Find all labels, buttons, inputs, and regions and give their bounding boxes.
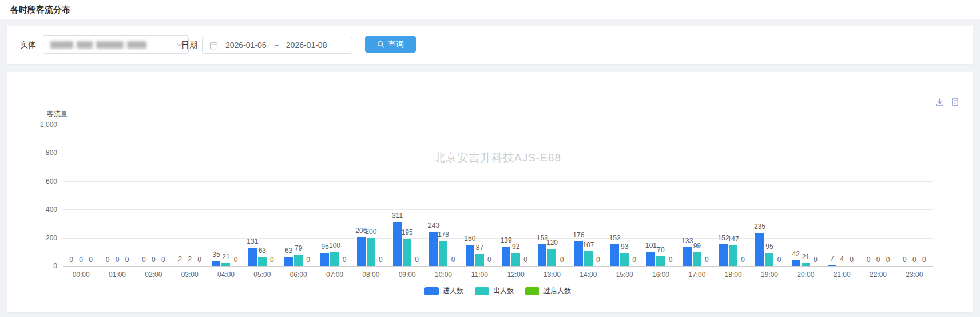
bar-enter-10:00[interactable] — [429, 232, 438, 266]
bar-exit-16:00[interactable] — [656, 256, 665, 266]
bar-value-exit-18:00: 147 — [728, 235, 739, 243]
date-label: 日期 — [181, 40, 197, 50]
y-axis: 02004006008001,000 — [7, 72, 57, 312]
bar-value-exit-14:00: 107 — [582, 241, 594, 249]
bar-exit-07:00[interactable] — [330, 252, 339, 266]
bar-exit-12:00[interactable] — [511, 253, 520, 266]
bar-exit-14:00[interactable] — [584, 251, 593, 266]
bar-enter-19:00[interactable] — [755, 233, 764, 266]
bar-enter-07:00[interactable] — [320, 253, 329, 266]
date-start[interactable]: 2026-01-06 — [225, 41, 267, 50]
bar-exit-04:00[interactable] — [221, 263, 230, 266]
bar-value-pass-21:00: 0 — [850, 256, 854, 264]
bar-enter-05:00[interactable] — [248, 248, 257, 266]
bar-enter-04:00[interactable] — [212, 261, 220, 266]
x-tick-06:00: 06:00 — [290, 271, 307, 279]
date-end[interactable]: 2026-01-08 — [286, 41, 327, 50]
y-tick-600: 600 — [7, 177, 57, 185]
bar-value-enter-21:00: 7 — [830, 255, 834, 263]
bar-group-01:00: 00001:00 — [99, 125, 135, 266]
legend-item-enter[interactable]: 进人数 — [424, 286, 463, 296]
date-range-picker[interactable]: 2026-01-06 ~ 2026-01-08 — [202, 37, 352, 54]
bar-value-exit-10:00: 178 — [438, 231, 449, 239]
bar-value-exit-11:00: 87 — [476, 244, 483, 252]
bar-enter-21:00[interactable] — [828, 265, 836, 266]
bar-enter-11:00[interactable] — [466, 245, 474, 266]
search-icon — [377, 41, 384, 48]
bar-enter-17:00[interactable] — [683, 247, 692, 266]
bar-exit-18:00[interactable] — [729, 245, 737, 266]
bar-value-pass-19:00: 0 — [777, 256, 781, 264]
bar-group-22:00: 00022:00 — [860, 125, 896, 266]
x-tick-16:00: 16:00 — [652, 271, 669, 279]
bar-enter-08:00[interactable] — [357, 237, 366, 266]
x-tick-02:00: 02:00 — [145, 271, 162, 279]
bar-enter-13:00[interactable] — [538, 244, 546, 266]
bar-group-13:00: 153120013:00 — [534, 125, 570, 266]
y-tick-800: 800 — [7, 149, 57, 157]
x-tick-08:00: 08:00 — [362, 271, 379, 279]
bar-exit-21:00[interactable] — [838, 266, 846, 266]
bar-value-exit-03:00: 2 — [188, 255, 192, 263]
bar-value-pass-12:00: 0 — [523, 256, 527, 264]
legend-item-pass[interactable]: 过店人数 — [525, 286, 571, 296]
bar-exit-10:00[interactable] — [439, 241, 447, 266]
y-tick-1,000: 1,000 — [7, 121, 57, 129]
bar-value-pass-01:00: 0 — [125, 256, 129, 264]
x-tick-04:00: 04:00 — [217, 271, 235, 279]
bar-exit-11:00[interactable] — [475, 254, 484, 266]
bar-exit-09:00[interactable] — [403, 239, 411, 266]
filter-card: 实体 日期 2026-01-06 ~ 2026-01-08 查询 — [7, 26, 973, 64]
bar-group-21:00: 74021:00 — [824, 125, 860, 266]
bar-value-enter-05:00: 131 — [247, 237, 258, 245]
bar-group-09:00: 311195009:00 — [389, 125, 425, 266]
bar-exit-20:00[interactable] — [802, 263, 810, 266]
bar-exit-05:00[interactable] — [258, 257, 267, 266]
bar-enter-14:00[interactable] — [574, 241, 583, 266]
bar-enter-15:00[interactable] — [610, 244, 619, 266]
bar-enter-03:00[interactable] — [176, 266, 184, 266]
bar-value-pass-14:00: 0 — [596, 256, 600, 264]
bar-enter-20:00[interactable] — [792, 260, 800, 266]
bar-group-20:00: 4221020:00 — [788, 125, 824, 266]
entity-value-redacted — [50, 41, 146, 49]
bar-exit-06:00[interactable] — [294, 255, 303, 266]
bar-value-pass-02:00: 0 — [161, 256, 165, 264]
bar-exit-03:00[interactable] — [185, 266, 194, 266]
bar-enter-12:00[interactable] — [502, 247, 510, 266]
bar-value-enter-17:00: 133 — [681, 237, 693, 245]
x-tick-23:00: 23:00 — [906, 271, 923, 279]
x-tick-19:00: 19:00 — [761, 271, 778, 279]
bar-value-pass-05:00: 0 — [270, 256, 274, 264]
bar-exit-17:00[interactable] — [693, 252, 701, 266]
entity-label: 实体 — [20, 40, 36, 50]
bar-exit-08:00[interactable] — [367, 238, 375, 266]
bar-exit-13:00[interactable] — [547, 249, 556, 266]
bar-value-pass-04:00: 0 — [234, 256, 238, 264]
entity-select[interactable] — [43, 35, 189, 54]
bar-exit-19:00[interactable] — [765, 253, 773, 266]
bar-enter-06:00[interactable] — [284, 257, 293, 266]
bar-value-exit-15:00: 93 — [621, 243, 628, 251]
legend-item-exit[interactable]: 出人数 — [475, 286, 514, 296]
x-tick-07:00: 07:00 — [326, 271, 343, 279]
query-button[interactable]: 查询 — [365, 36, 416, 53]
bar-exit-15:00[interactable] — [620, 253, 629, 266]
x-tick-00:00: 00:00 — [73, 271, 90, 279]
bar-value-pass-10:00: 0 — [451, 256, 455, 264]
bar-value-pass-00:00: 0 — [89, 256, 93, 264]
bar-enter-18:00[interactable] — [719, 244, 728, 266]
x-tick-09:00: 09:00 — [399, 271, 416, 279]
bar-value-exit-00:00: 0 — [79, 256, 83, 264]
query-button-label: 查询 — [388, 39, 404, 50]
bar-group-15:00: 15293015:00 — [606, 125, 642, 266]
document-icon[interactable] — [950, 97, 960, 107]
bar-group-23:00: 00023:00 — [896, 125, 933, 266]
bar-value-pass-09:00: 0 — [415, 256, 419, 264]
bar-value-exit-13:00: 120 — [546, 239, 558, 247]
bar-value-exit-22:00: 0 — [876, 256, 880, 264]
chart-card: 客流量 02004006008001,000 00000:0000001:000… — [7, 72, 973, 312]
bar-enter-09:00[interactable] — [393, 222, 402, 266]
download-icon[interactable] — [935, 97, 945, 107]
bar-enter-16:00[interactable] — [646, 252, 655, 266]
